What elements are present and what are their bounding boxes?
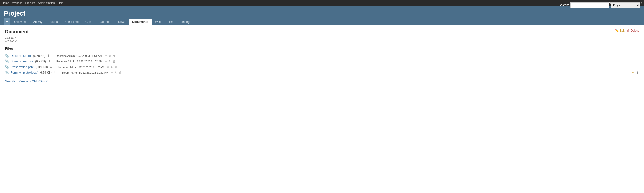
project-title: Project — [4, 8, 640, 18]
file-row: 📎 Spreadsheet.xlsx (6.2 KB) ⬇ Redmine Ad… — [5, 58, 639, 64]
search-input[interactable] — [570, 2, 609, 8]
file-download-icon-3[interactable]: ⬇ — [50, 65, 52, 69]
doc-date: 12/26/2023 — [5, 39, 639, 42]
file-refresh-icon-2[interactable]: ↻ — [109, 60, 112, 63]
file-link-2[interactable]: Spreadsheet.xlsx — [11, 60, 33, 63]
create-onlyoffice-link[interactable]: Create in ONLYOFFICE — [19, 80, 50, 83]
file-meta-1: Redmine Admin, 12/26/2023 11:51 AM — [56, 54, 102, 57]
files-section: Files 📎 Document.docx (6.78 KB) ⬇ Redmin… — [5, 46, 639, 75]
doc-category-label: Category — [5, 36, 639, 39]
file-size-1: (6.78 KB) — [33, 54, 45, 57]
tab-gantt[interactable]: Gantt — [82, 19, 96, 25]
tab-activity[interactable]: Activity — [30, 19, 46, 25]
file-meta-2: Redmine Admin, 12/26/2023 11:52 AM — [56, 60, 102, 63]
file-size-2: (6.2 KB) — [35, 60, 46, 63]
file-refresh-icon-3[interactable]: ↻ — [111, 65, 114, 69]
nav-projects[interactable]: Projects — [25, 1, 35, 4]
file-row: 📎 Presentation.pptx (33.9 KB) ⬇ Redmine … — [5, 64, 639, 70]
file-size-4: (6.79 KB) — [39, 71, 52, 74]
nav-mypage[interactable]: My page — [12, 1, 22, 4]
nav-tabs: + Overview Activity Issues Spent time Ga… — [4, 18, 640, 25]
file-delete-icon-3[interactable]: 🗑 — [115, 65, 118, 69]
tab-files[interactable]: Files — [164, 19, 177, 25]
footer-links: New file Create in ONLYOFFICE — [5, 80, 639, 83]
right-edit-icon[interactable]: ✏ — [632, 71, 634, 74]
document-title: Document — [5, 29, 639, 35]
file-edit-icon-4[interactable]: ✏ — [111, 71, 114, 74]
file-download-icon-2[interactable]: ⬇ — [48, 59, 50, 63]
file-edit-icon-2[interactable]: ✏ — [105, 60, 108, 63]
file-refresh-icon-4[interactable]: ↻ — [115, 71, 117, 74]
search-label: Search: — [559, 3, 569, 7]
nav-administration[interactable]: Administration — [38, 1, 55, 4]
file-actions-2: ✏ ↻ 🗑 — [105, 60, 116, 63]
file-link-1[interactable]: Document.docx — [11, 54, 31, 57]
top-navigation: Home My page Projects Administration Hel… — [0, 0, 644, 6]
document-meta: Category 12/26/2023 — [5, 36, 639, 42]
tab-spent-time[interactable]: Spent time — [61, 19, 82, 25]
tab-issues[interactable]: Issues — [46, 19, 61, 25]
tab-calendar[interactable]: Calendar — [96, 19, 115, 25]
tab-overview[interactable]: Overview — [11, 19, 30, 25]
header: Project Search: Project All projects + O… — [0, 6, 644, 25]
add-tab-button[interactable]: + — [4, 18, 10, 25]
file-delete-icon-4[interactable]: 🗑 — [119, 71, 122, 74]
paperclip-icon: 📎 — [5, 71, 9, 74]
file-actions-3: ✏ ↻ 🗑 — [107, 65, 118, 69]
file-row: 📎 Document.docx (6.78 KB) ⬇ Redmine Admi… — [5, 53, 639, 58]
file-meta-4: Redmine Admin, 12/26/2023 11:52 AM — [62, 71, 108, 74]
file-download-icon-4[interactable]: ⬇ — [54, 71, 56, 74]
file-link-3[interactable]: Presentation.pptx — [11, 65, 34, 69]
right-file-actions: ✏ ⬇ — [632, 71, 639, 74]
search-bar: Search: Project All projects — [559, 2, 640, 8]
files-heading: Files — [5, 46, 639, 50]
trash-icon: 🗑 — [627, 29, 630, 32]
file-actions-1: ✏ ↻ 🗑 — [105, 54, 116, 57]
nav-help[interactable]: Help — [58, 1, 64, 4]
file-refresh-icon-1[interactable]: ↻ — [108, 54, 111, 57]
file-link-4[interactable]: Form template.docxf — [11, 71, 37, 74]
new-file-link[interactable]: New file — [5, 80, 15, 83]
paperclip-icon: 📎 — [5, 65, 9, 69]
edit-button[interactable]: ✏️ Edit — [615, 29, 625, 32]
tab-settings[interactable]: Settings — [177, 19, 194, 25]
right-download-icon[interactable]: ⬇ — [636, 71, 639, 74]
tab-documents[interactable]: Documents — [129, 19, 152, 25]
tab-wiki[interactable]: Wiki — [152, 19, 164, 25]
delete-label: Delete — [630, 29, 639, 32]
content-area: ✏️ Edit 🗑 Delete Document Category 12/26… — [0, 25, 644, 87]
file-delete-icon-1[interactable]: 🗑 — [112, 54, 116, 57]
pencil-icon: ✏️ — [615, 29, 619, 32]
file-actions-4: ✏ ↻ 🗑 — [111, 71, 122, 74]
nav-home[interactable]: Home — [2, 1, 9, 4]
paperclip-icon: 📎 — [5, 54, 9, 57]
tab-news[interactable]: News — [115, 19, 129, 25]
file-edit-icon-1[interactable]: ✏ — [105, 54, 107, 57]
edit-delete-bar: ✏️ Edit 🗑 Delete — [615, 29, 639, 32]
file-size-3: (33.9 KB) — [35, 65, 48, 69]
search-scope-select[interactable]: Project All projects — [611, 2, 640, 8]
file-delete-icon-2[interactable]: 🗑 — [113, 60, 116, 63]
paperclip-icon: 📎 — [5, 59, 9, 63]
file-download-icon-1[interactable]: ⬇ — [47, 54, 50, 57]
delete-button[interactable]: 🗑 Delete — [627, 29, 639, 32]
file-edit-icon-3[interactable]: ✏ — [107, 65, 110, 69]
top-nav-left: Home My page Projects Administration Hel… — [2, 1, 64, 4]
file-row-last: 📎 Form template.docxf (6.79 KB) ⬇ Redmin… — [5, 70, 639, 75]
edit-label: Edit — [620, 29, 625, 32]
file-meta-3: Redmine Admin, 12/26/2023 11:52 AM — [58, 66, 104, 68]
